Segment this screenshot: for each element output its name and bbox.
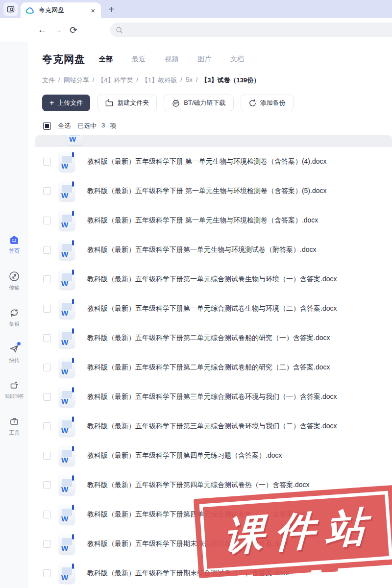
file-row[interactable]: W教科版（最新）五年级科学下册 第一单元生物与环境检测卷（含答案）.docx — [35, 206, 392, 235]
forward-icon[interactable]: → — [50, 24, 66, 35]
add-backup-button[interactable]: 添加备份 — [241, 95, 294, 111]
row-checkbox[interactable] — [43, 393, 51, 401]
file-name: 教科版（最新）五年级科学下册第二单元综合测试卷船的研究（二）含答案.docx — [87, 363, 330, 372]
window-search-button[interactable] — [3, 2, 18, 16]
file-row[interactable]: W教科版（最新）五年级科学下册第二单元综合测试卷船的研究（一）含答案.docx — [35, 323, 392, 353]
doc-icon-letter: W — [61, 338, 68, 346]
kejianzhan-stamp-watermark: 课件站 — [194, 485, 392, 578]
row-checkbox[interactable] — [43, 334, 51, 342]
doc-icon-notch — [72, 152, 74, 157]
sidebar-item-backup[interactable]: 备份 — [0, 307, 28, 330]
row-checkbox[interactable] — [43, 275, 51, 283]
doc-icon-notch — [72, 416, 74, 422]
doc-icon-notch — [72, 475, 74, 481]
row-checkbox[interactable] — [43, 511, 51, 518]
breadcrumb-separator: / — [180, 76, 182, 85]
doc-icon-letter: W — [61, 279, 68, 288]
new-tab-button[interactable]: + — [104, 2, 119, 17]
sidebar-item-label: 知识问答 — [5, 393, 24, 400]
knowledge-box-icon — [8, 379, 20, 391]
word-file-icon: W — [67, 135, 83, 145]
file-row[interactable]: W教科版（最新）五年级科学下册第一单元综合测试卷生物与环境（一）含答案.docx — [35, 265, 392, 294]
breadcrumb-segment[interactable]: 【1】教科版 — [142, 76, 177, 85]
address-search-bar[interactable] — [110, 23, 392, 37]
file-row[interactable]: W教科版（最新）五年级科学下册第三单元综合测试卷环境与我们（一）含答案.docx — [35, 382, 392, 412]
doc-icon-notch — [72, 534, 74, 539]
doc-icon-notch — [72, 299, 74, 304]
doc-icon-notch — [72, 211, 74, 216]
doc-icon-notch — [72, 358, 74, 363]
window-search-icon — [7, 5, 15, 13]
row-checkbox[interactable] — [43, 217, 51, 224]
word-file-icon: W — [59, 181, 75, 201]
refresh-icon[interactable]: ⟳ — [66, 24, 81, 36]
file-row[interactable]: W教科版（最新）五年级科学下册 第一单元生物与环境检测卷（含答案）(5).doc… — [35, 176, 392, 206]
file-row[interactable]: W教科版（最新）五年级科学下册第四单元练习题（含答案）.docx — [35, 441, 392, 470]
row-checkbox[interactable] — [43, 481, 51, 489]
file-row[interactable]: W教科版（最新）五年级科学下册第一单元生物与环境测试卷（附答案）.docx — [35, 235, 392, 265]
sidebar-item-tools[interactable]: 工具 — [0, 416, 28, 439]
file-name: 教科版（最新）五年级科学下册 第一单元生物与环境检测卷（含答案）.docx — [87, 216, 318, 225]
header-tabs: 全部最近视频图片文档 — [99, 55, 244, 64]
file-name: 教科版（最新）五年级科学下册 第一单元生物与环境检测卷（含答案）(4).docx — [87, 157, 326, 166]
row-checkbox[interactable] — [43, 305, 51, 313]
row-checkbox[interactable] — [43, 540, 51, 548]
doc-icon-notch — [72, 270, 74, 275]
row-checkbox[interactable] — [43, 569, 51, 577]
doc-icon-notch — [72, 446, 74, 451]
sidebar-item-transfer[interactable]: 传输 — [0, 270, 28, 294]
breadcrumb-separator: / — [136, 76, 138, 85]
file-row[interactable]: W教科版（最新）五年级科学下册第二单元综合测试卷船的研究（二）含答案.docx — [35, 353, 392, 382]
back-icon[interactable]: ← — [34, 24, 50, 35]
breadcrumb-separator: / — [58, 76, 60, 85]
doc-icon-letter: W — [61, 514, 68, 523]
sidebar-item-label: 工具 — [9, 429, 20, 437]
file-row[interactable]: W教科版（最新）五年级科学下册 第一单元生物与环境检测卷（含答案）(4).doc… — [35, 147, 392, 176]
row-checkbox[interactable] — [43, 158, 51, 166]
selection-bar: 全选 已选中 3 项 — [28, 111, 392, 130]
select-all-checkbox[interactable] — [43, 122, 51, 130]
backup-sync-icon — [8, 307, 20, 318]
quark-drive-window: 夸克网盘 × + ← → ⟳ 首页 — [0, 0, 392, 588]
search-input[interactable] — [123, 26, 392, 34]
new-folder-button[interactable]: 新建文件夹 — [97, 95, 157, 111]
word-file-icon: W — [59, 240, 75, 260]
tab-image[interactable]: 图片 — [197, 55, 211, 64]
plus-icon: + — [49, 98, 54, 107]
tab-close-icon[interactable]: × — [90, 6, 96, 15]
doc-icon-letter: W — [61, 250, 68, 258]
file-row[interactable]: W教科版（最新）五年级科学下册第三单元综合测试卷环境与我们（二）含答案.docx — [35, 412, 392, 441]
tab-recent[interactable]: 最近 — [132, 55, 146, 64]
breadcrumb-segment[interactable]: 5x — [186, 76, 193, 85]
row-checkbox[interactable] — [43, 452, 51, 460]
row-checkbox[interactable] — [43, 187, 51, 195]
tab-doc[interactable]: 文档 — [230, 55, 244, 64]
file-name: 教科版（最新）五年级科学下册第一单元综合测试卷生物与环境（一）含答案.docx — [87, 275, 337, 284]
file-row[interactable]: W教科版（最新）五年级科学下册第一单元综合测试卷生物与环境（二）含答案.docx — [35, 294, 392, 323]
browser-tab-active[interactable]: 夸克网盘 × — [21, 2, 101, 18]
file-name: 教科版（最新）五年级科学下册第四单元练习题（含答案）.docx — [87, 451, 282, 460]
tab-all[interactable]: 全部 — [99, 55, 113, 64]
sidebar-item-home[interactable]: 首页 — [0, 234, 28, 257]
breadcrumb-segment[interactable]: 网站分享 — [64, 76, 89, 85]
select-all-label[interactable]: 全选 — [58, 122, 71, 130]
bt-magnet-download-button[interactable]: BT BT/磁力链下载 — [164, 95, 233, 111]
browser-toolbar: ← → ⟳ — [0, 18, 392, 42]
file-row-partial[interactable]: W — [35, 135, 392, 147]
tab-video[interactable]: 视频 — [165, 55, 178, 64]
doc-icon-letter: W — [61, 309, 68, 317]
row-checkbox[interactable] — [43, 246, 51, 254]
file-name: 教科版（最新）五年级科学下册第二单元综合测试卷船的研究（一）含答案.docx — [87, 334, 330, 343]
upload-file-button[interactable]: + 上传文件 — [42, 95, 90, 111]
doc-icon-notch — [72, 240, 74, 245]
sidebar-item-quick-send[interactable]: 快传 — [0, 343, 28, 366]
sidebar-item-knowledge-qa[interactable]: 知识问答 — [0, 379, 28, 402]
breadcrumb-segment[interactable]: 文件 — [42, 76, 55, 85]
breadcrumb-segment[interactable]: 【4】科学类 — [98, 76, 133, 85]
sidebar: 首页 传输 备份 — [0, 42, 28, 588]
row-checkbox[interactable] — [43, 422, 51, 430]
row-checkbox[interactable] — [43, 364, 51, 371]
bt-download-label: BT/磁力链下载 — [184, 98, 225, 107]
search-icon — [115, 26, 123, 34]
doc-icon-notch — [72, 328, 74, 334]
